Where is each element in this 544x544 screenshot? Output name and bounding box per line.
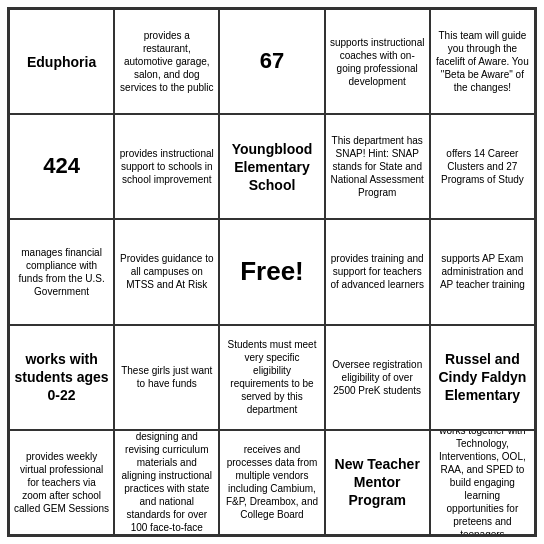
bingo-grid: Eduphoriaprovides a restaurant, automoti… [9, 9, 535, 535]
bingo-cell-r1c3: This department has SNAP! Hint: SNAP sta… [325, 114, 430, 219]
bingo-cell-r0c3: supports instructional coaches with on-g… [325, 9, 430, 114]
bingo-cell-r3c4: Russel and Cindy Faldyn Elementary [430, 325, 535, 430]
bingo-cell-r3c1: These girls just want to have funds [114, 325, 219, 430]
bingo-card: Eduphoriaprovides a restaurant, automoti… [7, 7, 537, 537]
bingo-cell-r4c2: receives and processes data from multipl… [219, 430, 324, 535]
bingo-cell-r0c0: Eduphoria [9, 9, 114, 114]
bingo-cell-r3c0: works with students ages 0-22 [9, 325, 114, 430]
bingo-cell-r1c0: 424 [9, 114, 114, 219]
bingo-cell-r2c1: Provides guidance to all campuses on MTS… [114, 219, 219, 324]
bingo-cell-r1c2: Youngblood Elementary School [219, 114, 324, 219]
bingo-cell-r3c3: Oversee registration eligibility of over… [325, 325, 430, 430]
bingo-cell-r0c1: provides a restaurant, automotive garage… [114, 9, 219, 114]
bingo-cell-r2c3: provides training and support for teache… [325, 219, 430, 324]
bingo-cell-r0c2: 67 [219, 9, 324, 114]
bingo-cell-r2c0: manages financial compliance with funds … [9, 219, 114, 324]
bingo-cell-r4c4: works together with Technology, Interven… [430, 430, 535, 535]
bingo-cell-r2c2: Free! [219, 219, 324, 324]
bingo-cell-r4c1: Duties include designing and revising cu… [114, 430, 219, 535]
bingo-cell-r1c1: provides instructional support to school… [114, 114, 219, 219]
bingo-cell-r0c4: This team will guide you through the fac… [430, 9, 535, 114]
bingo-cell-r3c2: Students must meet very specific eligibi… [219, 325, 324, 430]
bingo-cell-r4c0: provides weekly virtual professional for… [9, 430, 114, 535]
bingo-cell-r1c4: offers 14 Career Clusters and 27 Program… [430, 114, 535, 219]
bingo-cell-r2c4: supports AP Exam administration and AP t… [430, 219, 535, 324]
bingo-cell-r4c3: New Teacher Mentor Program [325, 430, 430, 535]
